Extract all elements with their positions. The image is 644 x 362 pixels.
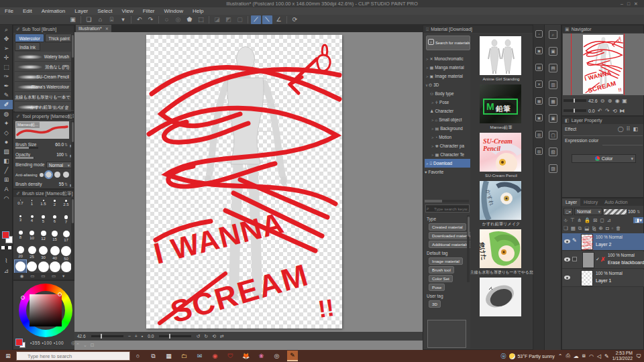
brush-size-scrollbar[interactable]	[71, 198, 74, 278]
text-tool-icon[interactable]: A	[0, 184, 13, 194]
pen-settings-icon[interactable]: ✎	[604, 353, 609, 359]
color-chips[interactable]	[1, 246, 11, 249]
lock-transparent-icon[interactable]: ⊠	[593, 217, 597, 223]
brush-size-cell[interactable]: 40	[49, 245, 60, 260]
new-document-icon[interactable]: ❏	[84, 15, 94, 24]
sv-marker[interactable]	[58, 292, 62, 296]
microsoft-store-icon[interactable]: ▦	[161, 350, 176, 362]
brush-tool-icon[interactable]: ✐	[0, 100, 13, 109]
tree-item-monochromatic[interactable]: ＞✕Monochromatic	[425, 54, 470, 63]
brush-size-cell[interactable]: 10	[26, 229, 38, 245]
fill-icon[interactable]: ⬟	[184, 15, 195, 24]
aa-strong-icon[interactable]	[63, 172, 69, 178]
tree-item-motion[interactable]: ＞◔Motion	[430, 133, 476, 141]
rotate-reset-icon[interactable]: ⟳	[290, 15, 300, 24]
tone-icon[interactable]: ◩	[223, 15, 233, 24]
brush-size-cell[interactable]: 15	[49, 229, 60, 245]
menu-edit[interactable]: Edit	[18, 7, 37, 15]
brush-size-cell[interactable]: 8	[15, 229, 26, 245]
tray-chevron-icon[interactable]: ⌃	[558, 353, 563, 359]
tree-item-favorite[interactable]: ♥Favorite	[425, 168, 470, 176]
tree-item-pose[interactable]: ＞☥Pose	[430, 98, 476, 107]
new-folder-icon[interactable]: ⧉	[578, 225, 582, 232]
tree-item-download[interactable]: ＞⍗Download	[425, 159, 470, 168]
save-icon[interactable]: ⍗	[107, 15, 117, 24]
tool-property-header[interactable]: ✐Tool property [Mameo鉛筆]	[13, 113, 74, 120]
effect-icons[interactable]: ◯⠿◧	[618, 126, 641, 132]
nav-reset-icon[interactable]: ⟲	[611, 108, 619, 114]
decoration-tool-icon[interactable]: ✦	[0, 119, 13, 128]
crop-icon[interactable]: ⬚	[196, 15, 206, 24]
nav-flip-icon[interactable]: ⧓	[619, 108, 626, 114]
dock-icon[interactable]: ▣	[549, 47, 557, 56]
quick-access-icon[interactable]: ⌕	[549, 30, 557, 39]
brush-item[interactable]: 混色なし(円)	[15, 62, 71, 72]
tab-auto-action[interactable]: Auto Action	[601, 198, 631, 206]
brush-size-cell[interactable]: 30	[38, 245, 49, 260]
layer-color-icon[interactable]: ◨▾	[633, 217, 643, 223]
main-color-swatch[interactable]	[2, 231, 9, 239]
brush-item[interactable]: Riana's Watercolour	[15, 82, 71, 92]
brush-size-cell[interactable]: 6	[49, 214, 60, 229]
zoom-out-icon[interactable]: −	[128, 334, 131, 339]
navigator-header[interactable]: ▣Navigator	[562, 25, 643, 33]
ruler-show-icon[interactable]: ⊿	[607, 217, 611, 223]
clip-studio-icon[interactable]: ▣	[68, 15, 78, 24]
brush-size-cell[interactable]: 12	[38, 229, 49, 245]
display-icon[interactable]: ⧇	[582, 353, 586, 359]
layer-row-layer2[interactable]: ✎ 100 % Normal Layer 2	[562, 233, 644, 251]
canvas-rotation-slider[interactable]	[159, 335, 191, 337]
selection-tool-icon[interactable]: ⬚	[0, 62, 13, 72]
material-thumb-kasure[interactable]: かすれ	[480, 181, 521, 220]
close-tab-icon[interactable]: ✕	[105, 27, 109, 31]
tree-item-character[interactable]: ♟Character	[430, 107, 476, 115]
current-color-swatch[interactable]	[15, 339, 23, 346]
tree-item-image-material[interactable]: ＞▣Image material	[425, 72, 470, 80]
redo-icon[interactable]: ↷	[146, 15, 156, 24]
apply-mask-icon[interactable]: ▫	[611, 225, 613, 231]
tab-history[interactable]: History	[580, 198, 601, 206]
delete-layer-icon[interactable]: 🗑	[616, 225, 621, 231]
tag-image-material[interactable]: Image material	[429, 257, 463, 265]
brush-item[interactable]: 主線も水彩も厚塗りも一本で	[15, 92, 71, 102]
invert-selection-icon[interactable]: ◎	[173, 15, 183, 24]
palette-color-icon[interactable]: ◻▾	[564, 208, 573, 215]
blend-tool-icon[interactable]: ●	[0, 137, 13, 147]
mail-icon[interactable]: ✉	[192, 350, 207, 362]
brush-size-cell[interactable]: 5	[38, 214, 49, 229]
navigator-rotate-slider[interactable]	[564, 109, 586, 112]
menu-window[interactable]: Window	[160, 7, 188, 15]
brush-size-cell[interactable]: 1.5	[38, 198, 49, 214]
menu-layer[interactable]: Layer	[70, 7, 93, 15]
material-thumb-su-cream[interactable]: SU-Cream Pencil	[480, 133, 521, 172]
file-explorer-icon[interactable]: 🗀	[176, 350, 192, 362]
set-as-reference-icon[interactable]: ⊤	[570, 217, 575, 223]
eyedropper-tool-icon[interactable]: ✑	[0, 72, 13, 81]
dock-icon[interactable]: ▤	[549, 64, 557, 72]
chrome-icon[interactable]: ◉	[207, 350, 223, 362]
brush-size-cell[interactable]: 7	[60, 214, 72, 229]
brush-size-cell[interactable]: 50	[60, 245, 72, 260]
dock-icon[interactable]: ▦	[535, 97, 543, 105]
brush-size-cell[interactable]: 3	[15, 214, 26, 229]
dock-icon[interactable]: ▦	[549, 97, 557, 106]
cortana-icon[interactable]: ○	[130, 350, 146, 362]
nav-actual-size-icon[interactable]: ▣	[621, 98, 629, 104]
dock-icon[interactable]: ▥	[549, 80, 557, 89]
edge-icon[interactable]: ⓔ	[500, 353, 506, 360]
brush-size-footer-icons[interactable]: ◉ ▭ ▭ ▭ ▾	[13, 273, 74, 280]
dock-icon[interactable]: ▧	[549, 147, 557, 156]
window-controls[interactable]: –□✕	[621, 0, 642, 7]
blending-mode-row[interactable]: Blending mode Normal▾	[15, 160, 73, 170]
menu-animation[interactable]: Animation	[37, 7, 70, 15]
dock-icon[interactable]: ▥	[535, 131, 543, 138]
hue-marker[interactable]	[21, 296, 25, 300]
tag-color-set[interactable]: Color Set	[429, 275, 453, 282]
balloon-tool-icon[interactable]: ◠	[0, 194, 13, 203]
dock-icon[interactable]: ▣	[535, 47, 543, 54]
onedrive-icon[interactable]: ☁	[574, 353, 579, 359]
zoom-in-icon[interactable]: +	[135, 334, 138, 339]
merge-down-icon[interactable]: ⊕	[599, 225, 603, 231]
blend-mode-dropdown[interactable]: Normal▾	[574, 208, 602, 215]
zoom-tool-icon[interactable]: ⌕	[0, 25, 13, 34]
